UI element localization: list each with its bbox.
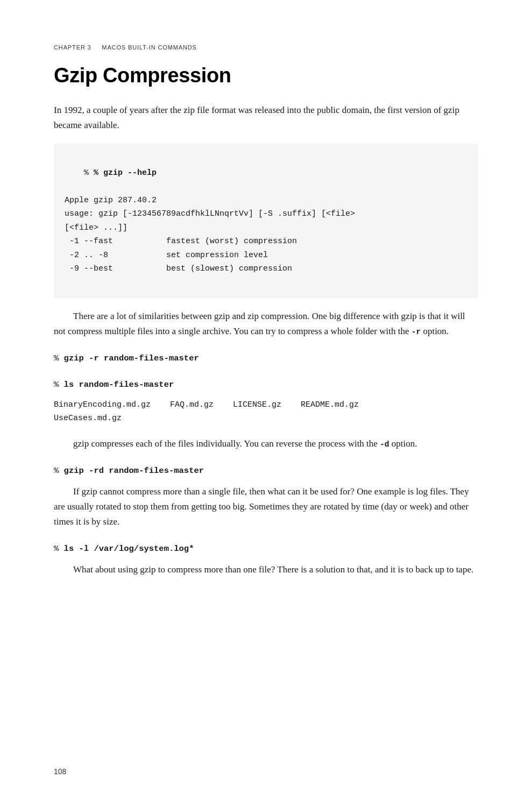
command-ls-random-label: ls random-files-master	[64, 380, 174, 390]
command-gzip-r-label: gzip -r random-files-master	[64, 353, 199, 363]
paragraph-4: If gzip cannot compress more than a sing…	[54, 484, 478, 529]
command-ls-random: % ls random-files-master	[54, 378, 478, 392]
inline-d-option: -d	[380, 440, 389, 449]
prompt-gzip-help: % % gzip --help	[84, 168, 157, 178]
paragraph-3: gzip compresses each of the files indivi…	[54, 436, 478, 451]
paragraph-2: There are a lot of similarities between …	[54, 309, 478, 339]
chapter-label: CHAPTER 3	[54, 44, 91, 51]
command-gzip-rd-label: gzip -rd random-files-master	[64, 466, 204, 476]
page-number: 108	[54, 766, 66, 777]
section-label: MACOS BUILT-IN COMMANDS	[102, 44, 197, 51]
ls-output: BinaryEncoding.md.gz FAQ.md.gz LICENSE.g…	[54, 398, 478, 426]
command-ls-syslog: % ls -l /var/log/system.log*	[54, 542, 478, 556]
command-gzip-help: % gzip --help	[94, 168, 157, 178]
chapter-title: Gzip Compression	[54, 63, 478, 88]
command-gzip-rd: % gzip -rd random-files-master	[54, 464, 478, 478]
chapter-header: CHAPTER 3 MACOS BUILT-IN COMMANDS	[54, 43, 478, 53]
intro-paragraph: In 1992, a couple of years after the zip…	[54, 103, 478, 133]
command-gzip-r: % gzip -r random-files-master	[54, 352, 478, 365]
inline-r-option: -r	[412, 328, 421, 336]
code-block-gzip-help: % % gzip --help Apple gzip 287.40.2 usag…	[54, 144, 478, 298]
code-output-lines: Apple gzip 287.40.2 usage: gzip [-123456…	[65, 196, 355, 274]
paragraph-5: What about using gzip to compress more t…	[54, 562, 478, 577]
command-ls-syslog-label: ls -l /var/log/system.log*	[64, 544, 194, 554]
page: CHAPTER 3 MACOS BUILT-IN COMMANDS Gzip C…	[0, 0, 532, 807]
